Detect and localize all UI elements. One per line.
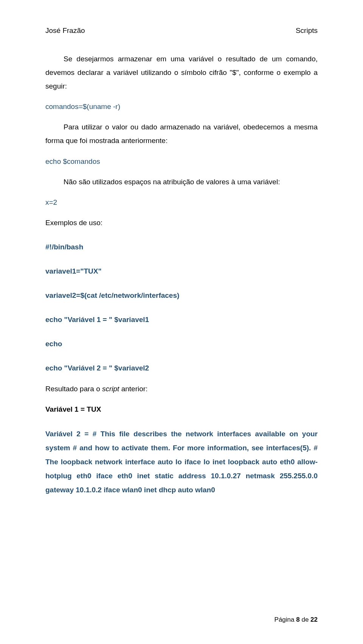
code-line-var2: variavel2=$(cat /etc/network/interfaces) [45, 289, 318, 302]
paragraph-1: Se desejarmos armazenar em uma variável … [45, 52, 318, 93]
result-label-a: Resultado para o [45, 385, 102, 393]
result-label: Resultado para o script anterior: [45, 382, 318, 396]
footer-prefix: Página [275, 616, 296, 623]
code-line-echo1: echo "Variável 1 = " $variavel1 [45, 313, 318, 327]
header-left: José Frazão [45, 26, 85, 35]
footer-total: 22 [310, 616, 318, 623]
output-var1: Variável 1 = TUX [45, 403, 318, 416]
code-line-echo-comandos: echo $comandos [45, 155, 318, 168]
paragraph-3: Não são utilizados espaços na atribuição… [45, 175, 318, 189]
page-header: José Frazão Scripts [45, 26, 318, 35]
page-footer: Página 8 de 22 [275, 616, 318, 624]
code-line-x2: x=2 [45, 196, 318, 209]
page: José Frazão Scripts Se desejarmos armaze… [0, 0, 363, 644]
paragraph-2: Para utilizar o valor ou dado armazenado… [45, 120, 318, 148]
footer-mid: de [300, 616, 310, 623]
output-var2: Variável 2 = # This file describes the n… [45, 427, 318, 497]
code-line-comandos-assign: comandos=$(uname -r) [45, 100, 318, 114]
code-line-echo2: echo "Variável 2 = " $variavel2 [45, 361, 318, 375]
header-right: Scripts [296, 26, 318, 35]
code-line-var1: variavel1="TUX" [45, 264, 318, 278]
code-line-echo-blank: echo [45, 337, 318, 351]
code-line-shebang: #!/bin/bash [45, 240, 318, 254]
footer-page-number: 8 [296, 616, 299, 623]
result-label-c: anterior: [119, 385, 147, 393]
page-body: Se desejarmos armazenar em uma variável … [45, 52, 318, 497]
result-label-script-word: script [102, 385, 119, 393]
examples-label: Exemplos de uso: [45, 216, 318, 230]
